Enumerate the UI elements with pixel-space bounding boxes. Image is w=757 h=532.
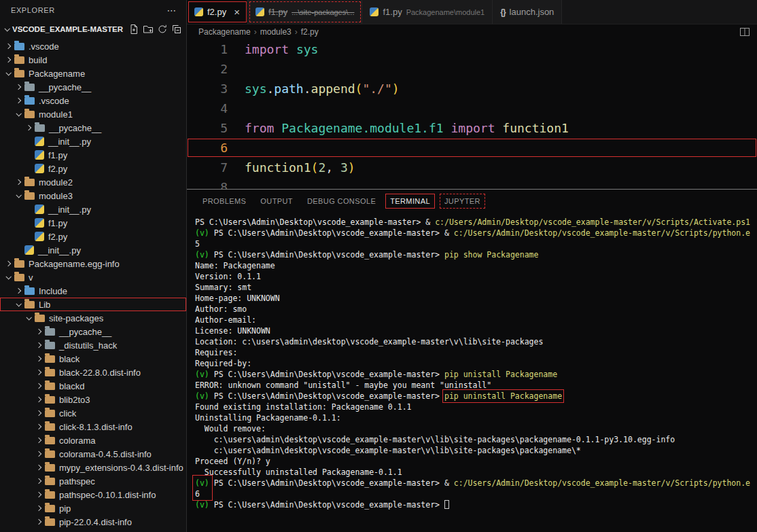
- tree-item-__init__.py[interactable]: __init__.py: [0, 243, 186, 257]
- panel-tab-jupyter[interactable]: JUPYTER: [440, 194, 485, 209]
- tree-item-Lib[interactable]: Lib: [0, 298, 186, 311]
- tree-item-blackd[interactable]: blackd: [0, 379, 186, 393]
- tree-item-label: pip: [59, 503, 71, 514]
- editor-line: 2: [187, 59, 757, 79]
- breadcrumb-item[interactable]: f2.py: [301, 27, 319, 37]
- tree-item-f2.py[interactable]: f2.py: [0, 162, 186, 175]
- tree-item-__pycache__[interactable]: __pycache__: [0, 121, 186, 135]
- tree-item-__pycache__[interactable]: __pycache__: [0, 80, 186, 94]
- tree-item-f1.py[interactable]: f1.py: [0, 148, 186, 162]
- chevron-right-icon: [23, 122, 34, 133]
- tree-item-Include[interactable]: Include: [0, 284, 186, 298]
- tree-item-Packagename[interactable]: Packagename: [0, 67, 186, 80]
- tree-item-f2.py[interactable]: f2.py: [0, 230, 186, 243]
- terminal-line: Requires:: [195, 347, 757, 358]
- tree-item-black[interactable]: black: [0, 352, 186, 366]
- terminal-text: PS C:\Users\Admin\Desktop\vscode_example…: [195, 217, 425, 227]
- breadcrumb-item[interactable]: module3: [260, 27, 292, 37]
- tree-item-mypy_extensions-0.4.3.dist-info[interactable]: mypy_extensions-0.4.3.dist-info: [0, 461, 186, 474]
- python-icon: [35, 218, 44, 228]
- terminal-line: (v) PS C:\Users\Admin\Desktop\vscode_exa…: [195, 249, 757, 260]
- tree-item-label: Lib: [39, 300, 50, 310]
- chevron-right-icon: [33, 353, 44, 364]
- tree-item-module1[interactable]: module1: [0, 107, 186, 121]
- terminal-line: (v) PS C:\Users\Admin\Desktop\vscode_exa…: [195, 499, 757, 510]
- new-folder-icon[interactable]: [143, 24, 154, 35]
- tree-item-Packagename.egg-info[interactable]: Packagename.egg-info: [0, 257, 186, 270]
- terminal[interactable]: PS C:\Users\Admin\Desktop\vscode_example…: [187, 213, 757, 532]
- breadcrumb-item[interactable]: Packagename: [198, 27, 251, 37]
- terminal-text: (v): [195, 370, 209, 379]
- tree-item-label: __pycache__: [59, 327, 111, 337]
- tree-item-__pycache__[interactable]: __pycache__: [0, 325, 186, 338]
- tree-item-__init__.py[interactable]: __init__.py: [0, 202, 186, 216]
- code-editor[interactable]: 1import sys23sys.path.append("./")45from…: [187, 39, 757, 189]
- chevron-right-icon: [33, 380, 44, 391]
- new-file-icon[interactable]: [128, 24, 139, 35]
- tree-item-v[interactable]: v: [0, 270, 186, 284]
- tree-item-pathspec-0.10.1.dist-info[interactable]: pathspec-0.10.1.dist-info: [0, 488, 186, 501]
- more-actions-icon[interactable]: ⋯: [166, 5, 177, 16]
- folder-icon: [24, 179, 35, 186]
- tab-f1.py[interactable]: f1.pyPackagename\module1: [362, 0, 493, 24]
- tab-f1.py[interactable]: f1.py...\site-packages\...: [248, 0, 363, 24]
- tree-item-.vscode[interactable]: .vscode: [0, 39, 186, 53]
- collapse-folders-icon[interactable]: [171, 24, 182, 35]
- panel-tab-output[interactable]: OUTPUT: [256, 194, 298, 209]
- folder-icon: [45, 396, 55, 404]
- folder-icon: [45, 423, 55, 431]
- terminal-text: c:/Users/Admin/Desktop/vscode_example-ma…: [435, 217, 750, 227]
- terminal-text: pip unistall Packagename: [444, 370, 557, 379]
- chevron-right-icon: [33, 421, 44, 432]
- chevron-right-icon: [13, 177, 24, 188]
- split-editor-icon[interactable]: [739, 26, 750, 37]
- tab-f2.py[interactable]: f2.py×: [187, 0, 248, 24]
- tree-item-black-22.8.0.dist-info[interactable]: black-22.8.0.dist-info: [0, 366, 186, 379]
- tree-item-.vscode[interactable]: .vscode: [0, 94, 186, 107]
- tree-item-pip[interactable]: pip: [0, 501, 186, 515]
- panel-tab-terminal[interactable]: TERMINAL: [385, 194, 435, 209]
- tree-item-colorama[interactable]: colorama: [0, 433, 186, 447]
- folder-icon: [14, 260, 24, 268]
- terminal-text: PS C:\Users\Admin\Desktop\vscode_example…: [209, 391, 444, 401]
- chevron-down-icon: [3, 68, 14, 79]
- chevron-down-icon: [23, 313, 34, 323]
- panel-tab-problems[interactable]: PROBLEMS: [198, 194, 251, 209]
- folder-icon: [24, 301, 35, 308]
- explorer-sidebar: EXPLORER ⋯ VSCODE_EXAMPLE-MASTER .vscode…: [0, 0, 187, 532]
- folder-icon: [24, 287, 35, 295]
- tree-item-build[interactable]: build: [0, 53, 186, 67]
- tree-item-module3[interactable]: module3: [0, 189, 186, 202]
- tree-item-pip-22.0.4.dist-info[interactable]: pip-22.0.4.dist-info: [0, 515, 186, 529]
- terminal-line: (v) PS C:\Users\Admin\Desktop\vscode_exa…: [195, 391, 757, 402]
- tree-item-pathspec[interactable]: pathspec: [0, 474, 186, 488]
- tree-item-module2[interactable]: module2: [0, 175, 186, 189]
- close-icon[interactable]: ×: [234, 7, 240, 17]
- tree-item-__init__.py[interactable]: __init__.py: [0, 135, 186, 148]
- refresh-explorer-icon[interactable]: [157, 24, 168, 35]
- tree-item-label: site-packages: [49, 313, 103, 323]
- tree-item-click[interactable]: click: [0, 406, 186, 420]
- folder-icon: [45, 478, 55, 485]
- panel-tab-debug-console[interactable]: DEBUG CONSOLE: [302, 194, 381, 209]
- tree-item-f1.py[interactable]: f1.py: [0, 216, 186, 230]
- terminal-text: Found existing installation: Packagename…: [195, 402, 412, 412]
- line-number: 5: [187, 118, 228, 138]
- terminal-line: (v) PS C:\Users\Admin\Desktop\vscode_exa…: [195, 478, 757, 489]
- terminal-text: Author: smo: [195, 304, 247, 314]
- tree-item-label: f1.py: [48, 150, 67, 160]
- chevron-down-icon: [1, 24, 12, 35]
- folder-icon: [35, 124, 45, 132]
- tree-item-colorama-0.4.5.dist-info[interactable]: colorama-0.4.5.dist-info: [0, 447, 186, 461]
- workspace-header[interactable]: VSCODE_EXAMPLE-MASTER: [0, 20, 186, 38]
- folder-icon: [35, 315, 45, 322]
- terminal-text: (v): [195, 478, 209, 488]
- tree-item-site-packages[interactable]: site-packages: [0, 311, 186, 325]
- line-number: 4: [187, 99, 228, 118]
- tree-item-label: v: [29, 272, 33, 283]
- tree-item-click-8.1.3.dist-info[interactable]: click-8.1.3.dist-info: [0, 420, 186, 433]
- tree-item-_distutils_hack[interactable]: _distutils_hack: [0, 338, 186, 352]
- chevron-right-icon: [33, 503, 44, 514]
- tab-launch.json[interactable]: {}launch.json: [493, 0, 562, 24]
- tree-item-blib2to3[interactable]: blib2to3: [0, 393, 186, 406]
